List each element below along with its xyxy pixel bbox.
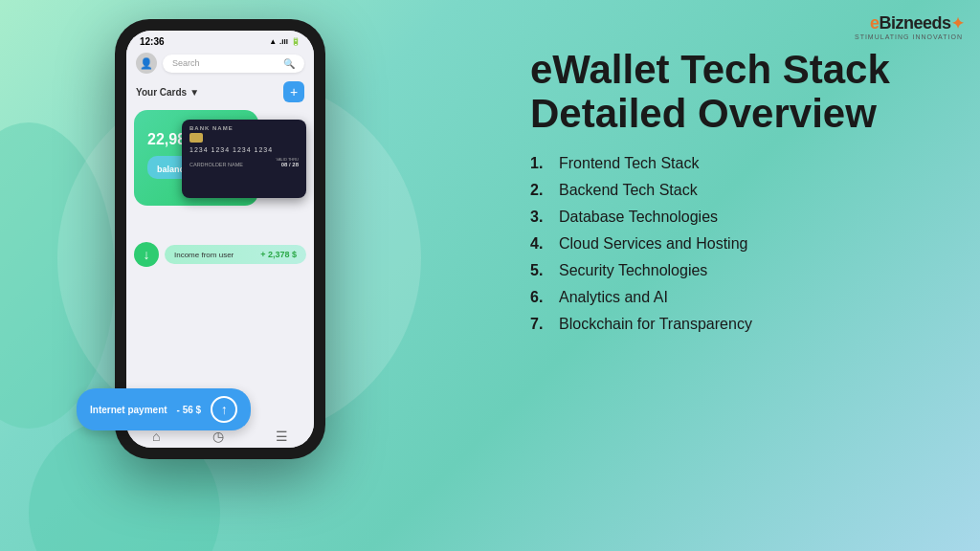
card-chip	[189, 133, 203, 143]
card-number: 1234 1234 1234 1234	[189, 146, 299, 153]
list-number: 2.	[530, 182, 553, 199]
logo: eBizneeds✦ Stimulating Innovation	[855, 13, 963, 40]
list-item: 3. Database Technologies	[530, 209, 951, 226]
search-placeholder: Search	[172, 58, 200, 68]
list-item: 6. Analytics and AI	[530, 289, 951, 306]
transaction-area: ↓ Income from user + 2,378 $	[126, 238, 314, 271]
list-number: 4.	[530, 235, 553, 253]
internet-payment-row: Internet payment - 56 $ ↑	[77, 388, 251, 430]
income-pill: Income from user + 2,378 $	[165, 245, 306, 264]
list-number: 3.	[530, 209, 553, 226]
nav-history-icon[interactable]: ◷	[212, 429, 224, 444]
status-bar: 12:36 ▲ .ill 🔋	[126, 31, 314, 49]
dropdown-icon: ▼	[189, 87, 199, 98]
list-number: 5.	[530, 262, 553, 279]
tech-list: 1. Frontend Tech Stack 2. Backend Tech S…	[530, 155, 951, 333]
add-card-button[interactable]: +	[283, 81, 304, 102]
list-item: 2. Backend Tech Stack	[530, 182, 951, 199]
list-item: 1. Frontend Tech Stack	[530, 155, 951, 172]
search-box[interactable]: Search 🔍	[163, 55, 304, 73]
income-label: Income from user	[174, 251, 234, 259]
list-item: 7. Blockchain for Transparency	[530, 316, 951, 333]
list-text: Database Technologies	[559, 209, 718, 226]
list-text: Backend Tech Stack	[559, 182, 698, 199]
payment-up-button[interactable]: ↑	[211, 396, 237, 423]
list-text: Cloud Services and Hosting	[559, 235, 747, 253]
nav-menu-icon[interactable]: ☰	[276, 429, 288, 444]
logo-tagline: Stimulating Innovation	[855, 33, 963, 40]
list-item: 4. Cloud Services and Hosting	[530, 235, 951, 253]
logo-text: eBizneeds✦	[855, 13, 963, 33]
phone-wrapper: 12:36 ▲ .ill 🔋 👤 Search 🔍 Your Cards	[96, 19, 345, 517]
list-number: 1.	[530, 155, 553, 172]
card-bottom: CARDHOLDER NAME VALID THRU 08 / 28	[189, 157, 299, 167]
list-number: 6.	[530, 289, 553, 306]
list-number: 7.	[530, 316, 553, 333]
right-content: eWallet Tech StackDetailed Overview 1. F…	[530, 48, 951, 333]
cards-row: Your Cards ▼ +	[126, 77, 314, 106]
list-text: Frontend Tech Stack	[559, 155, 699, 172]
payment-label: Internet payment	[90, 405, 167, 415]
main-title: eWallet Tech StackDetailed Overview	[530, 48, 951, 136]
cards-label-text: Your Cards	[136, 87, 187, 98]
card-expiry-block: VALID THRU 08 / 28	[277, 157, 299, 167]
search-icon: 🔍	[283, 58, 295, 69]
income-arrow-button[interactable]: ↓	[134, 242, 159, 267]
card-bank-name: BANK NAME	[189, 125, 299, 131]
payment-amount: - 56 $	[177, 405, 202, 415]
status-time: 12:36	[140, 36, 165, 47]
list-text: Blockchain for Transparency	[559, 316, 752, 333]
nav-home-icon[interactable]: ⌂	[152, 429, 160, 444]
status-icons: ▲ .ill 🔋	[269, 37, 301, 46]
credit-card: BANK NAME 1234 1234 1234 1234 CARDHOLDER…	[182, 120, 306, 198]
avatar: 👤	[136, 53, 157, 74]
phone-screen: 12:36 ▲ .ill 🔋 👤 Search 🔍 Your Cards	[126, 31, 314, 448]
list-text: Analytics and AI	[559, 289, 668, 306]
income-row: ↓ Income from user + 2,378 $	[134, 242, 306, 267]
list-item: 5. Security Technologies	[530, 262, 951, 279]
balance-section: 22,987 $ balance BANK NAME 1234 1234 123…	[134, 110, 306, 234]
search-area: 👤 Search 🔍	[126, 49, 314, 77]
income-amount: + 2,378 $	[260, 250, 297, 259]
cards-label[interactable]: Your Cards ▼	[136, 87, 199, 98]
card-holder: CARDHOLDER NAME	[189, 162, 243, 167]
list-text: Security Technologies	[559, 262, 707, 279]
